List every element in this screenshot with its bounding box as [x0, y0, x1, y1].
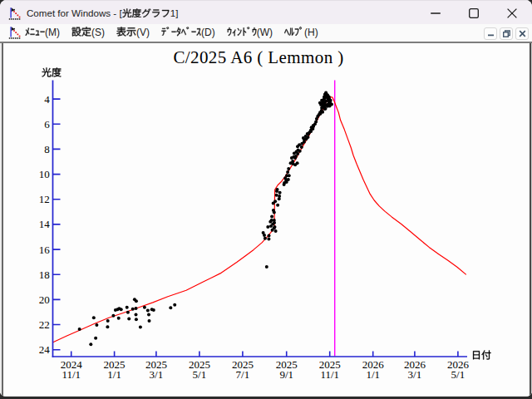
comet-lightcurve-icon — [8, 7, 22, 20]
mdi-restore-icon — [503, 30, 510, 37]
minimize-icon — [431, 8, 441, 18]
minimize-button[interactable] — [416, 1, 455, 25]
close-icon — [507, 8, 517, 18]
x-tick-label-date: 7/1 — [236, 368, 250, 381]
mdi-minimize-icon — [487, 30, 495, 37]
x-tick-label-date: 1/1 — [107, 368, 121, 381]
title-bar[interactable]: Comet for Windows - [1] — [0, 0, 532, 24]
y-tick-label: 20 — [39, 293, 50, 306]
maximize-icon — [469, 8, 479, 18]
y-tick-label: 24 — [39, 343, 51, 356]
mdi-restore-button[interactable] — [500, 27, 513, 41]
x-axis-label — [473, 350, 490, 359]
x-tick-label-date: 5/1 — [451, 368, 466, 381]
x-tick-label-date: 11/1 — [62, 368, 81, 381]
menu-bar: (M)(S)(V)(D)(W)(H) — [0, 24, 532, 42]
y-tick-label: 14 — [39, 218, 51, 230]
x-tick-label-date: 3/1 — [408, 368, 422, 381]
y-tick-label: 22 — [39, 318, 50, 331]
menu-item-window[interactable]: (W) — [227, 27, 273, 39]
comet-lightcurve-icon — [8, 26, 22, 39]
y-tick-label: 12 — [39, 193, 50, 205]
y-axis-label — [42, 67, 61, 76]
menu-item-help[interactable]: (H) — [284, 27, 318, 39]
y-tick-label: 10 — [39, 168, 50, 180]
menu-item-view[interactable]: (V) — [116, 27, 150, 39]
menu-item-settings[interactable]: (S) — [71, 27, 105, 39]
y-tick-label: 18 — [39, 268, 50, 281]
maximize-button[interactable] — [455, 1, 493, 25]
window-title: Comet for Windows - [1] — [27, 1, 178, 25]
x-tick-label-date: 5/1 — [193, 368, 207, 381]
mdi-close-icon — [519, 30, 526, 37]
y-tick-label: 6 — [44, 118, 50, 131]
light-curve-chart[interactable]: 4681012141618202224202411/120251/120253/… — [0, 43, 532, 397]
series-observations — [78, 91, 333, 347]
client-border-left-inner — [2, 43, 3, 397]
app-window: Comet for Windows - [1] (M)(S)(V)(D)(W)(… — [0, 0, 532, 397]
y-tick-label: 16 — [39, 244, 51, 256]
series-predicted-light-curve — [53, 97, 466, 342]
x-tick-label-date: 1/1 — [366, 368, 380, 381]
chart-title: C/2025 A6 ( Lemmon ) — [173, 47, 343, 67]
menu-items: (M)(S)(V)(D)(W)(H) — [25, 24, 330, 42]
menu-item-menu[interactable]: (M) — [25, 27, 60, 39]
x-tick-label-date: 3/1 — [150, 368, 164, 381]
mdi-minimize-button[interactable] — [484, 27, 497, 41]
menu-item-database[interactable]: (D) — [161, 27, 215, 39]
y-tick-label: 8 — [44, 143, 50, 155]
y-tick-label: 4 — [44, 93, 50, 106]
x-tick-label-date: 9/1 — [279, 368, 293, 381]
mdi-close-button[interactable] — [515, 27, 529, 41]
close-button[interactable] — [493, 1, 531, 25]
x-tick-label-date: 11/1 — [320, 368, 339, 381]
chart-client-area: 4681012141618202224202411/120251/120253/… — [0, 43, 532, 397]
